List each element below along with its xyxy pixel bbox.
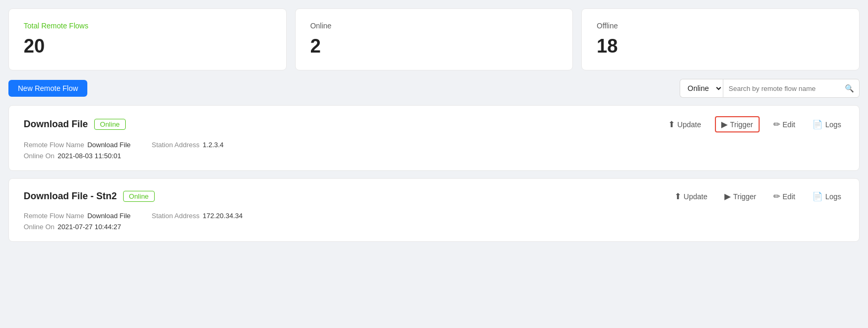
toolbar-right: OnlineOfflineAll 🔍 [680, 79, 860, 98]
meta-online-on-1: Online On 2021-07-27 10:44:27 [24, 223, 121, 231]
flow-meta-top-0: Remote Flow Name Download File Station A… [24, 141, 844, 149]
stat-value-1: 2 [310, 35, 558, 57]
flow-actions-0: ⬆ Update ▶ Trigger ✏ Edit 📄 Logs [665, 116, 844, 132]
logs-icon: 📄 [812, 191, 823, 201]
meta-online-on-label-1: Online On [24, 223, 55, 231]
meta-remote-flow-name-1: Remote Flow Name Download File [24, 212, 130, 220]
meta-remote-flow-name-label-0: Remote Flow Name [24, 141, 84, 149]
action-logs-button[interactable]: 📄 Logs [809, 117, 844, 131]
meta-remote-flow-name-value-1: Download File [87, 212, 130, 220]
status-badge-1: Online [123, 191, 155, 202]
action-trigger-button[interactable]: ▶ Trigger [715, 116, 760, 132]
flow-cards-container: Download File Online ⬆ Update ▶ Trigger … [8, 105, 860, 242]
action-update-button[interactable]: ⬆ Update [671, 189, 711, 203]
meta-remote-flow-name-0: Remote Flow Name Download File [24, 141, 130, 149]
meta-station-address-0: Station Address 1.2.3.4 [152, 141, 224, 149]
action-logs-label: Logs [825, 192, 841, 201]
stat-value-2: 18 [597, 35, 844, 57]
trigger-icon: ▶ [721, 119, 728, 129]
meta-online-on-value-1: 2021-07-27 10:44:27 [58, 223, 122, 231]
stat-card-2: Offline 18 [581, 8, 860, 70]
action-edit-label: Edit [783, 120, 795, 129]
search-box: 🔍 [723, 79, 860, 98]
toolbar: New Remote Flow OnlineOfflineAll 🔍 [8, 79, 860, 98]
stat-label-0: Total Remote Flows [24, 22, 271, 30]
stat-label-1: Online [310, 22, 558, 30]
action-update-label: Update [684, 192, 708, 201]
new-remote-flow-button[interactable]: New Remote Flow [8, 80, 87, 97]
action-logs-button[interactable]: 📄 Logs [809, 189, 844, 203]
search-input[interactable] [729, 85, 845, 93]
status-filter-select[interactable]: OnlineOfflineAll [680, 79, 723, 98]
action-trigger-label: Trigger [733, 192, 756, 201]
stat-label-2: Offline [597, 22, 844, 30]
meta-station-address-value-1: 172.20.34.34 [203, 212, 243, 220]
flow-actions-1: ⬆ Update ▶ Trigger ✏ Edit 📄 Logs [671, 189, 844, 203]
flow-title-area-1: Download File - Stn2 Online [24, 191, 155, 202]
flow-meta-bottom-1: Online On 2021-07-27 10:44:27 [24, 223, 844, 231]
meta-remote-flow-name-label-1: Remote Flow Name [24, 212, 84, 220]
action-update-button[interactable]: ⬆ Update [665, 117, 704, 131]
flow-card-0: Download File Online ⬆ Update ▶ Trigger … [8, 105, 860, 171]
stats-row: Total Remote Flows 20 Online 2 Offline 1… [8, 8, 860, 70]
meta-station-address-label-0: Station Address [152, 141, 199, 149]
meta-online-on-label-0: Online On [24, 152, 55, 160]
action-update-label: Update [678, 120, 701, 129]
meta-online-on-value-0: 2021-08-03 11:50:01 [58, 152, 122, 160]
flow-meta-0: Remote Flow Name Download File Station A… [24, 141, 844, 160]
flow-title-area-0: Download File Online [24, 119, 126, 130]
edit-icon: ✏ [773, 119, 780, 129]
flow-meta-1: Remote Flow Name Download File Station A… [24, 212, 844, 231]
action-edit-label: Edit [783, 192, 795, 201]
stat-card-0: Total Remote Flows 20 [8, 8, 287, 70]
meta-online-on-0: Online On 2021-08-03 11:50:01 [24, 152, 121, 160]
flow-header-0: Download File Online ⬆ Update ▶ Trigger … [24, 116, 844, 132]
meta-remote-flow-name-value-0: Download File [87, 141, 130, 149]
update-icon: ⬆ [674, 191, 681, 201]
logs-icon: 📄 [812, 119, 823, 129]
action-logs-label: Logs [825, 120, 841, 129]
update-icon: ⬆ [668, 119, 675, 129]
action-trigger-button[interactable]: ▶ Trigger [721, 189, 760, 203]
search-icon: 🔍 [845, 84, 854, 93]
flow-meta-top-1: Remote Flow Name Download File Station A… [24, 212, 844, 220]
stat-value-0: 20 [24, 35, 271, 57]
status-badge-0: Online [94, 119, 126, 130]
trigger-icon: ▶ [724, 191, 731, 201]
meta-station-address-1: Station Address 172.20.34.34 [152, 212, 243, 220]
flow-card-1: Download File - Stn2 Online ⬆ Update ▶ T… [8, 178, 860, 242]
meta-station-address-label-1: Station Address [152, 212, 199, 220]
flow-title-1: Download File - Stn2 [24, 191, 117, 202]
flow-meta-bottom-0: Online On 2021-08-03 11:50:01 [24, 152, 844, 160]
action-edit-button[interactable]: ✏ Edit [770, 189, 799, 203]
meta-station-address-value-0: 1.2.3.4 [203, 141, 224, 149]
action-trigger-label: Trigger [730, 120, 753, 129]
flow-title-0: Download File [24, 119, 88, 130]
edit-icon: ✏ [773, 191, 780, 201]
stat-card-1: Online 2 [295, 8, 573, 70]
action-edit-button[interactable]: ✏ Edit [770, 117, 799, 131]
flow-header-1: Download File - Stn2 Online ⬆ Update ▶ T… [24, 189, 844, 203]
